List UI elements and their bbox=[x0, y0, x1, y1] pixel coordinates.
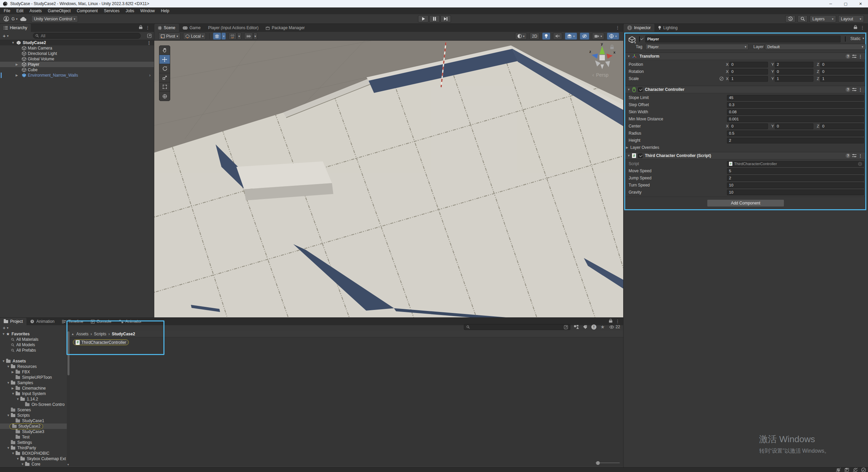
tab-lighting[interactable]: Lighting bbox=[654, 24, 681, 32]
tree-row-core[interactable]: ▼Core bbox=[0, 461, 67, 466]
tab-timeline[interactable]: Timeline bbox=[58, 318, 87, 325]
collapse-icon[interactable]: ▲ bbox=[71, 332, 74, 336]
alert-icon[interactable]: ! bbox=[591, 324, 596, 330]
foldout-open-icon[interactable]: ▼ bbox=[7, 446, 10, 450]
kebab-menu-icon[interactable]: ⋮ bbox=[615, 319, 620, 324]
scene-lighting-toggle[interactable] bbox=[542, 33, 550, 40]
scrollbar-thumb[interactable] bbox=[67, 331, 70, 375]
effects-dropdown[interactable]: ▾ bbox=[565, 33, 577, 40]
chevron-down-icon[interactable]: ▾ bbox=[863, 37, 864, 40]
audio-mute-toggle[interactable] bbox=[553, 33, 562, 40]
layer-overrides-row[interactable]: ▶ Layer Overrides bbox=[626, 144, 863, 151]
breadcrumb-scripts[interactable]: Scripts bbox=[94, 332, 106, 336]
tree-row-skybox-cubemap[interactable]: ▼Skybox Cubemap Ext bbox=[0, 456, 67, 461]
help-icon[interactable]: ? bbox=[846, 87, 850, 92]
rename-pill[interactable]: StudyCase2 bbox=[9, 424, 43, 429]
tab-console[interactable]: Console bbox=[87, 318, 115, 325]
menu-file[interactable]: File bbox=[1, 8, 13, 13]
tree-row-input-system[interactable]: ▼Input System bbox=[0, 391, 67, 396]
scene-visibility-toggle[interactable] bbox=[580, 33, 589, 40]
step-offset-field[interactable]: 0.3 bbox=[727, 102, 864, 108]
account-icon[interactable] bbox=[3, 16, 9, 22]
active-checkbox[interactable] bbox=[639, 36, 640, 42]
menu-assets[interactable]: Assets bbox=[26, 8, 45, 13]
move-tool-button[interactable] bbox=[159, 55, 170, 64]
grid-snap-toggle[interactable] bbox=[213, 33, 221, 40]
foldout-open-icon[interactable]: ▼ bbox=[12, 392, 15, 395]
persp-label[interactable]: Persp bbox=[596, 72, 609, 78]
shading-mode-dropdown[interactable]: ▾ bbox=[515, 33, 527, 40]
version-control-button[interactable]: Unity Version Control▾ bbox=[31, 15, 78, 22]
cache-disabled-icon[interactable] bbox=[844, 468, 849, 472]
pause-button[interactable] bbox=[429, 15, 440, 22]
tree-row-boxophobic[interactable]: ▼BOXOPHOBIC bbox=[0, 451, 67, 456]
tree-scrollbar[interactable]: ▼ bbox=[67, 331, 70, 466]
foldout-closed-icon[interactable]: ▶ bbox=[626, 146, 628, 149]
presets-icon[interactable] bbox=[852, 87, 856, 92]
skin-width-field[interactable]: 0.08 bbox=[727, 109, 864, 115]
tab-game[interactable]: Game bbox=[179, 24, 204, 32]
camera-settings-dropdown[interactable]: ▾ bbox=[592, 33, 605, 40]
foldout-open-icon[interactable]: ▼ bbox=[7, 381, 10, 385]
increment-snap-options[interactable]: ▾ bbox=[237, 33, 241, 40]
kebab-menu-icon[interactable]: ⋮ bbox=[147, 40, 151, 45]
breadcrumb-assets[interactable]: Assets bbox=[76, 332, 88, 336]
kebab-menu-icon[interactable]: ⋮ bbox=[858, 54, 863, 59]
hierarchy-item-cube[interactable]: Cube bbox=[0, 67, 154, 73]
layout-dropdown[interactable]: Layout▾ bbox=[838, 15, 864, 22]
scene-visibility-icon[interactable] bbox=[147, 34, 152, 38]
tab-animator[interactable]: Animator bbox=[115, 318, 145, 325]
play-button[interactable] bbox=[418, 15, 429, 22]
object-picker-icon[interactable] bbox=[858, 162, 862, 166]
help-icon[interactable]: ? bbox=[846, 54, 850, 59]
tree-row-assets[interactable]: ▼Assets bbox=[0, 358, 67, 364]
hierarchy-scene-row[interactable]: ▼ StudyCase2 ⋮ bbox=[0, 40, 154, 45]
tab-animation[interactable]: Animation bbox=[26, 318, 58, 325]
scroll-down-arrow[interactable]: ▼ bbox=[67, 463, 70, 466]
presets-icon[interactable] bbox=[852, 54, 856, 58]
create-button[interactable]: + bbox=[3, 33, 6, 39]
chevron-down-icon[interactable]: ▾ bbox=[7, 34, 9, 38]
2d-toggle[interactable]: 2D bbox=[530, 33, 539, 40]
view-tool-button[interactable] bbox=[159, 46, 170, 55]
snap-size-options[interactable]: ▾ bbox=[253, 33, 258, 40]
slope-limit-field[interactable]: 45 bbox=[727, 95, 864, 101]
project-search-input[interactable] bbox=[464, 324, 570, 330]
tree-row-simpleurptoon[interactable]: SimpleURPToon bbox=[0, 375, 67, 380]
menu-component[interactable]: Component bbox=[74, 8, 101, 13]
min-move-distance-field[interactable]: 0.001 bbox=[727, 116, 864, 122]
tree-row-scripts[interactable]: ▼Scripts bbox=[0, 413, 67, 418]
foldout-open-icon[interactable]: ▼ bbox=[12, 41, 15, 44]
height-field[interactable]: 2 bbox=[727, 138, 864, 143]
step-button[interactable] bbox=[440, 15, 451, 22]
tab-package-manager[interactable]: Package Manager bbox=[262, 24, 308, 32]
foldout-closed-icon[interactable]: ▶ bbox=[12, 387, 14, 390]
component-enabled-checkbox[interactable] bbox=[638, 87, 643, 92]
foldout-open-icon[interactable]: ▼ bbox=[627, 55, 630, 58]
tree-row-samples[interactable]: ▼Samples bbox=[0, 380, 67, 386]
tab-scene[interactable]: Scene bbox=[154, 24, 179, 32]
scale-tool-button[interactable] bbox=[159, 73, 170, 82]
gravity-field[interactable]: 10 bbox=[727, 190, 864, 195]
asset-thirdcharactercontroller[interactable]: # ThirdCharacterController bbox=[73, 339, 129, 345]
foldout-open-icon[interactable]: ▼ bbox=[12, 452, 15, 455]
tree-row-thirdparty[interactable]: ▼ThirdParty bbox=[0, 445, 67, 451]
account-menu[interactable]: G▾ bbox=[12, 17, 18, 21]
search-in-window-icon[interactable] bbox=[564, 325, 568, 329]
axis-y-label[interactable]: y bbox=[601, 42, 603, 46]
cloud-icon[interactable] bbox=[20, 17, 27, 21]
presets-icon[interactable] bbox=[852, 154, 856, 158]
menu-edit[interactable]: Edit bbox=[13, 8, 26, 13]
foldout-open-icon[interactable]: ▼ bbox=[16, 457, 19, 460]
tree-row-on-screen-controls[interactable]: On-Screen Contro bbox=[0, 402, 67, 407]
status-ok-icon[interactable] bbox=[861, 468, 866, 472]
favorites-star-icon[interactable]: ★ bbox=[600, 324, 605, 330]
script-component-header[interactable]: ▼ # Third Character Controller (Script) … bbox=[625, 152, 865, 159]
foldout-closed-icon[interactable]: ▶ bbox=[16, 74, 18, 77]
tab-inspector[interactable]: i Inspector bbox=[624, 24, 654, 32]
tree-row-all-materials[interactable]: All Materials bbox=[0, 337, 67, 342]
axis-z-label[interactable]: z bbox=[589, 50, 591, 54]
rotation-x-field[interactable]: 0 bbox=[729, 69, 768, 75]
kebab-menu-icon[interactable]: ⋮ bbox=[615, 25, 620, 30]
tree-row-test[interactable]: Test bbox=[0, 434, 67, 440]
